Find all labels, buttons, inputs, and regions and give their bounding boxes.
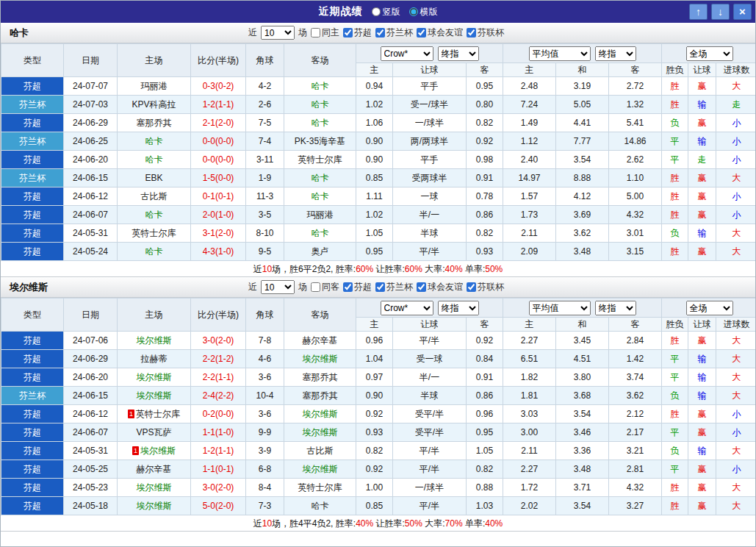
away-team-name[interactable]: 哈卡 — [312, 501, 329, 511]
home-team-name[interactable]: 拉赫蒂 — [141, 354, 168, 364]
home-team-name[interactable]: 哈卡 — [145, 154, 163, 165]
section-header: 埃尔维斯 近 10 场 同客 芬超芬兰杯球会友谊芬联杯 — [1, 277, 755, 298]
home-team-name[interactable]: VPS瓦萨 — [136, 427, 171, 437]
match-date: 24-05-23 — [64, 479, 118, 497]
away-team-name[interactable]: 玛丽港 — [307, 210, 334, 220]
away-team-name[interactable]: 哈卡 — [312, 99, 329, 110]
home-team-name[interactable]: 塞那乔其 — [137, 118, 172, 128]
away-team-name[interactable]: 哈卡 — [312, 81, 329, 91]
close-button[interactable]: × — [733, 4, 752, 20]
summary-value: 70% — [445, 518, 463, 529]
euro-company-select[interactable]: 平均值 — [529, 46, 591, 61]
asia-home-odds: 1.06 — [356, 114, 393, 132]
away-team-name[interactable]: 奥卢 — [312, 246, 329, 257]
asia-stage-select[interactable]: 终指 — [438, 46, 479, 61]
euro-away-odds: 1.32 — [609, 96, 662, 114]
euro-stage-select[interactable]: 终指 — [595, 301, 636, 315]
away-team-name[interactable]: 哈卡 — [312, 173, 329, 183]
horizontal-radio[interactable] — [409, 7, 418, 16]
away-team-name[interactable]: 英特士尔库 — [298, 154, 342, 165]
home-team-name[interactable]: 哈卡 — [145, 210, 163, 220]
league-filter[interactable]: 芬兰杯 — [375, 281, 413, 293]
euro-stage-select[interactable]: 终指 — [595, 46, 636, 61]
home-team-name[interactable]: 埃尔维斯 — [137, 501, 172, 511]
home-team-name[interactable]: 英特士尔库 — [136, 409, 180, 419]
league-filter-checkbox[interactable] — [467, 28, 476, 37]
col-corner: 角球 — [246, 44, 284, 77]
home-team-name[interactable]: 埃尔维斯 — [140, 446, 176, 456]
away-team-name[interactable]: 埃尔维斯 — [303, 409, 338, 419]
league-filter-checkbox[interactable] — [417, 282, 426, 292]
home-team-name[interactable]: 埃尔维斯 — [137, 482, 172, 493]
same-venue-filter[interactable]: 同客 — [311, 281, 339, 293]
away-team-name[interactable]: 埃尔维斯 — [303, 464, 338, 474]
asia-bookmaker-select[interactable]: Crow* — [381, 46, 433, 61]
league-filter-checkbox[interactable] — [343, 28, 353, 37]
league-filter[interactable]: 芬联杯 — [467, 26, 504, 39]
league-filter-checkbox[interactable] — [375, 282, 385, 292]
same-venue-filter[interactable]: 同主 — [311, 26, 339, 39]
vertical-radio[interactable] — [372, 7, 381, 16]
home-team-name[interactable]: EBK — [145, 173, 162, 183]
goals-result: 大 — [716, 350, 756, 368]
asia-bookmaker-select[interactable]: Crow* — [381, 301, 433, 315]
corner-score: 1-9 — [246, 169, 284, 187]
match-date: 24-06-15 — [64, 387, 118, 405]
match-count-select[interactable]: 10 — [261, 280, 295, 294]
away-team-name[interactable]: 哈卡 — [312, 118, 329, 128]
home-team-name[interactable]: 英特士尔库 — [132, 228, 176, 238]
euro-draw-odds: 3.46 — [556, 423, 609, 442]
match-count-select[interactable]: 10 — [261, 26, 295, 40]
euro-home-odds: 1.82 — [503, 368, 556, 387]
scope-select[interactable]: 全场 — [686, 46, 733, 61]
same-venue-checkbox[interactable] — [311, 282, 320, 292]
away-team-name[interactable]: 塞那乔其 — [303, 372, 338, 382]
home-team-name[interactable]: KPV科高拉 — [132, 99, 176, 110]
home-team-name[interactable]: 古比斯 — [141, 191, 168, 201]
away-team-name[interactable]: 哈卡 — [312, 191, 329, 201]
league-filter[interactable]: 芬联杯 — [467, 281, 504, 293]
scope-select[interactable]: 全场 — [686, 301, 733, 315]
away-team-cell: 哈卡 — [284, 224, 356, 243]
league-filter-label: 球会友谊 — [428, 26, 463, 39]
same-venue-checkbox[interactable] — [311, 28, 320, 37]
away-team-name[interactable]: 塞那乔其 — [303, 390, 338, 401]
home-team-name[interactable]: 埃尔维斯 — [137, 390, 172, 401]
home-team-name[interactable]: 埃尔维斯 — [137, 372, 172, 382]
league-filter[interactable]: 球会友谊 — [417, 281, 463, 293]
move-up-button[interactable]: ↑ — [689, 4, 708, 20]
home-team-name[interactable]: 玛丽港 — [141, 81, 168, 91]
home-team-name[interactable]: 哈卡 — [145, 246, 163, 257]
league-filter-checkbox[interactable] — [343, 282, 353, 292]
league-filter[interactable]: 球会友谊 — [417, 26, 463, 39]
league-filter-label: 芬联杯 — [478, 281, 504, 293]
away-team-name[interactable]: 埃尔维斯 — [303, 354, 338, 364]
away-team-name[interactable]: PK-35海辛基 — [295, 136, 345, 146]
league-filter[interactable]: 芬超 — [343, 281, 372, 293]
euro-company-select[interactable]: 平均值 — [529, 301, 591, 315]
result: 胜 — [662, 497, 688, 515]
layout-vertical-option[interactable]: 竖版 — [372, 6, 400, 18]
asia-stage-select[interactable]: 终指 — [438, 301, 479, 315]
home-team-name[interactable]: 埃尔维斯 — [137, 335, 172, 346]
league-filter[interactable]: 芬兰杯 — [375, 26, 413, 39]
euro-home-odds: 1.81 — [503, 387, 556, 405]
away-team-name[interactable]: 埃尔维斯 — [303, 427, 338, 437]
away-team-name[interactable]: 赫尔辛基 — [303, 335, 338, 346]
home-team-name[interactable]: 哈卡 — [145, 136, 163, 146]
away-team-cell: 英特士尔库 — [284, 151, 356, 169]
move-down-button[interactable]: ↓ — [711, 4, 730, 20]
league-filter-checkbox[interactable] — [417, 28, 426, 37]
layout-horizontal-option[interactable]: 横版 — [409, 6, 438, 18]
match-date: 24-06-07 — [64, 423, 118, 442]
away-team-name[interactable]: 英特士尔库 — [298, 482, 342, 493]
away-team-name[interactable]: 古比斯 — [307, 446, 334, 456]
home-team-name[interactable]: 赫尔辛基 — [137, 464, 172, 474]
euro-draw-odds: 3.71 — [556, 479, 609, 497]
matches-table: 类型 日期 主场 比分(半场) 角球 客场 Crow* 终指 平均值 — [1, 298, 756, 515]
league-filter-checkbox[interactable] — [375, 28, 385, 37]
league-filter[interactable]: 芬超 — [343, 26, 372, 39]
league-filter-checkbox[interactable] — [467, 282, 476, 292]
away-team-name[interactable]: 哈卡 — [312, 228, 329, 238]
match-date: 24-05-31 — [64, 224, 118, 243]
